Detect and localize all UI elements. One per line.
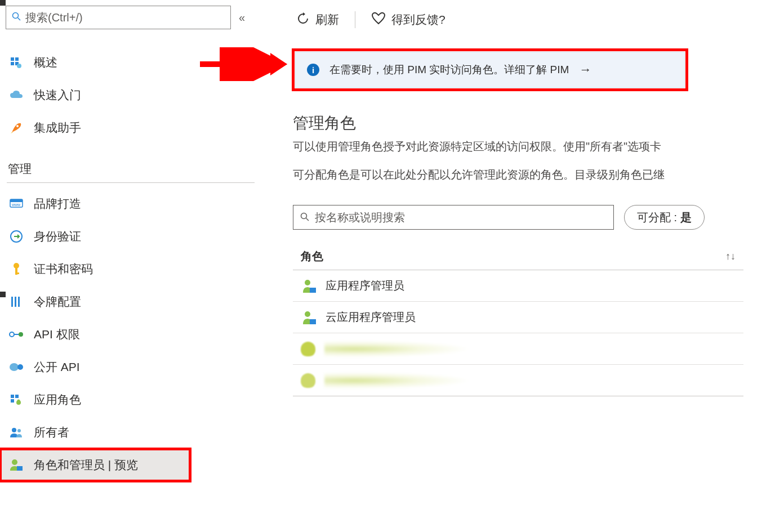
owners-icon (8, 424, 25, 441)
heart-icon (371, 12, 386, 28)
sort-icon[interactable]: ↑↓ (725, 251, 736, 262)
role-name: 应用程序管理员 (326, 278, 404, 293)
svg-point-32 (301, 213, 307, 218)
sidebar-item-label: 身份验证 (34, 229, 81, 244)
svg-point-28 (12, 428, 16, 432)
assignable-label: 可分配 : (637, 210, 677, 225)
auth-icon (8, 228, 25, 245)
sidebar-item-label: 应用角色 (34, 392, 81, 408)
svg-point-7 (16, 125, 19, 127)
sidebar-search-placeholder: 搜索(Ctrl+/) (25, 10, 83, 25)
table-header[interactable]: 角色 ↑↓ (293, 243, 743, 270)
arrow-right-icon: → (579, 62, 591, 77)
main-content: 刷新 得到反馈? i 在需要时，使用 PIM 实时访问角色。详细了解 PIM →… (265, 0, 784, 532)
svg-rect-16 (15, 297, 16, 307)
assignable-value: 是 (680, 210, 692, 225)
roles-admins-icon (8, 457, 25, 473)
svg-rect-4 (11, 62, 14, 65)
svg-rect-31 (17, 466, 23, 471)
svg-rect-15 (11, 297, 13, 307)
section-desc-1: 可以使用管理角色授予对此资源特定区域的访问权限。使用"所有者"选项卡 (293, 138, 784, 154)
svg-point-21 (10, 363, 19, 371)
sidebar-item-app-roles[interactable]: 应用角色 (0, 383, 265, 416)
svg-line-33 (306, 218, 309, 221)
svg-rect-9 (10, 199, 23, 202)
sidebar-item-branding[interactable]: www 品牌打造 (0, 187, 265, 220)
svg-point-12 (14, 263, 19, 269)
sidebar-item-authentication[interactable]: 身份验证 (0, 220, 265, 253)
sidebar-item-integration[interactable]: 集成助手 (0, 111, 265, 144)
section-title: 管理角色 (293, 113, 784, 134)
table-row[interactable]: 应用程序管理员 (293, 270, 743, 302)
sidebar-item-overview[interactable]: 概述 (0, 46, 265, 79)
assignable-filter-pill[interactable]: 可分配 : 是 (624, 205, 705, 230)
role-admin-icon (301, 310, 317, 325)
sidebar-item-label: 所有者 (34, 424, 69, 440)
svg-point-20 (19, 332, 23, 337)
edge-marker (0, 292, 6, 297)
sidebar-item-roles-admins[interactable]: 角色和管理员 | 预览 (0, 449, 190, 481)
divider (7, 182, 255, 183)
sidebar-item-token-config[interactable]: 令牌配置 (0, 285, 265, 318)
redacted-text (324, 341, 471, 357)
sidebar-item-certificates[interactable]: 证书和密码 (0, 253, 265, 285)
svg-rect-2 (11, 57, 14, 61)
table-row-redacted[interactable] (293, 365, 743, 396)
redacted-text (324, 372, 471, 389)
svg-rect-24 (15, 395, 19, 398)
search-icon (12, 12, 21, 24)
svg-rect-17 (18, 297, 20, 307)
sidebar: 搜索(Ctrl+/) « 概述 快速入门 集成助手 管理 (0, 0, 265, 532)
sidebar-item-label: 集成助手 (34, 120, 81, 136)
role-admin-icon (301, 278, 317, 294)
svg-rect-37 (310, 319, 316, 324)
sidebar-item-label: 证书和密码 (34, 261, 93, 277)
pim-info-banner[interactable]: i 在需要时，使用 PIM 实时访问角色。详细了解 PIM → (295, 52, 685, 88)
svg-text:www: www (11, 203, 21, 207)
role-name: 云应用程序管理员 (326, 310, 416, 325)
refresh-button[interactable]: 刷新 (293, 10, 342, 30)
svg-point-36 (305, 311, 310, 317)
collapse-sidebar-button[interactable]: « (239, 11, 245, 24)
svg-point-27 (17, 400, 20, 403)
svg-point-6 (17, 64, 21, 68)
sidebar-item-label: 概述 (34, 55, 57, 70)
sidebar-search-input[interactable]: 搜索(Ctrl+/) (6, 6, 231, 29)
edge-marker (0, 0, 6, 6)
svg-rect-25 (11, 399, 14, 403)
sidebar-item-label: 令牌配置 (34, 294, 81, 310)
rocket-icon (8, 119, 25, 136)
table-row[interactable]: 云应用程序管理员 (293, 302, 743, 333)
sidebar-item-quickstart[interactable]: 快速入门 (0, 79, 265, 111)
app-roles-icon (8, 391, 25, 408)
banner-text: 在需要时，使用 PIM 实时访问角色。详细了解 PIM (329, 62, 569, 77)
filter-row: 按名称或说明搜索 可分配 : 是 (293, 205, 784, 230)
feedback-button[interactable]: 得到反馈? (368, 10, 449, 30)
key-icon (8, 261, 25, 278)
sidebar-item-label: 公开 API (34, 359, 80, 375)
table-row-redacted[interactable] (293, 333, 743, 365)
sidebar-item-expose-api[interactable]: 公开 API (0, 351, 265, 383)
role-search-placeholder: 按名称或说明搜索 (315, 210, 405, 225)
toolbar: 刷新 得到反馈? (293, 6, 784, 34)
svg-point-18 (10, 332, 14, 337)
svg-point-0 (13, 12, 19, 18)
sidebar-item-label: 品牌打造 (34, 196, 81, 212)
svg-line-1 (18, 17, 21, 20)
roles-table: 角色 ↑↓ 应用程序管理员 云应用程序管理员 (293, 243, 743, 396)
sidebar-item-api-permissions[interactable]: API 权限 (0, 318, 265, 351)
role-search-input[interactable]: 按名称或说明搜索 (293, 205, 614, 230)
branding-icon: www (8, 195, 25, 212)
redacted-icon (301, 342, 315, 356)
svg-point-34 (305, 280, 310, 285)
svg-point-29 (17, 429, 21, 432)
sidebar-item-owners[interactable]: 所有者 (0, 416, 265, 449)
refresh-icon (296, 12, 310, 28)
svg-rect-35 (310, 288, 316, 293)
search-icon (300, 211, 309, 224)
feedback-label: 得到反馈? (391, 12, 446, 28)
sidebar-item-label: 角色和管理员 | 预览 (34, 457, 138, 473)
toolbar-separator (355, 11, 355, 28)
sidebar-section-manage: 管理 (0, 144, 265, 182)
overview-icon (8, 54, 25, 71)
